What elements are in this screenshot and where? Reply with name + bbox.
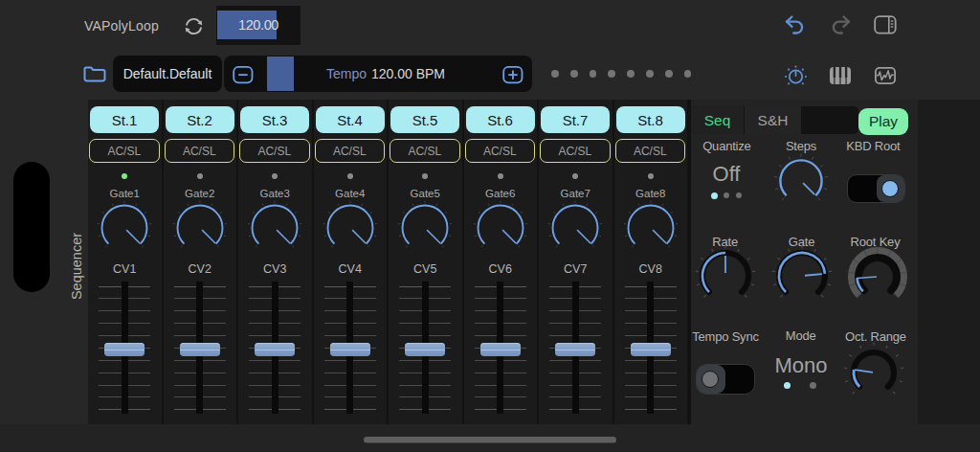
sync-icon[interactable]: [181, 13, 207, 39]
cv-fader[interactable]: [324, 282, 376, 416]
step-button[interactable]: St.6: [466, 106, 535, 133]
cv-fader-handle[interactable]: [631, 343, 671, 356]
mode-dot: [810, 382, 816, 389]
acsl-button[interactable]: AC/SL: [540, 139, 611, 163]
knob-timer-icon[interactable]: [783, 63, 809, 89]
page-dot[interactable]: [551, 70, 559, 78]
page-dot[interactable]: [570, 70, 578, 78]
undo-icon[interactable]: [784, 14, 807, 36]
acsl-button[interactable]: AC/SL: [165, 139, 235, 163]
step-button[interactable]: St.8: [616, 106, 685, 133]
step-active-dot: [422, 173, 428, 179]
tempo-sync-toggle-dot: [702, 371, 719, 388]
page-dot[interactable]: [665, 70, 673, 78]
redo-icon[interactable]: [829, 14, 852, 36]
gate-knob[interactable]: [546, 199, 604, 257]
step-button[interactable]: St.4: [316, 106, 385, 133]
page-dot[interactable]: [646, 70, 654, 78]
cv-fader[interactable]: [475, 282, 526, 416]
mode-dots[interactable]: [784, 382, 816, 389]
step-columns: St.1AC/SLGate1CV1St.2AC/SLGate2CV2St.3AC…: [88, 100, 691, 424]
step-button[interactable]: St.7: [541, 106, 610, 133]
page-dot[interactable]: [590, 70, 597, 78]
gate-label: Gate7: [539, 188, 612, 199]
gate-knob[interactable]: [768, 241, 836, 310]
cv-fader-handle[interactable]: [330, 343, 370, 356]
piano-keys-icon[interactable]: [830, 67, 851, 84]
panel-toggle-icon[interactable]: [874, 14, 897, 36]
cv-fader-handle[interactable]: [180, 343, 220, 356]
root-key-knob[interactable]: [843, 242, 912, 311]
page-dot[interactable]: [627, 70, 635, 78]
tempo-sync-toggle[interactable]: [696, 364, 755, 395]
bpm-box[interactable]: 120.00: [216, 6, 301, 45]
cv-fader-handle[interactable]: [255, 343, 295, 356]
step-button[interactable]: St.2: [166, 106, 234, 133]
folder-icon[interactable]: [83, 63, 106, 85]
gate-knob[interactable]: [322, 199, 379, 257]
step-active-dot: [498, 173, 503, 179]
mode-dot: [784, 382, 791, 389]
cv-fader[interactable]: [625, 282, 677, 416]
cv-fader-handle[interactable]: [480, 343, 521, 356]
cv-label: CV1: [88, 262, 162, 276]
cv-fader-handle[interactable]: [104, 343, 145, 356]
gate-knob[interactable]: [171, 199, 229, 257]
page-dot[interactable]: [608, 70, 615, 78]
cv-fader-handle[interactable]: [405, 343, 445, 356]
quantize-dots[interactable]: [711, 192, 743, 199]
gate-label: Gate2: [164, 188, 237, 199]
cv-label: CV6: [464, 262, 538, 276]
step-active-dot: [648, 173, 654, 179]
cv-label: CV2: [164, 262, 237, 276]
cv-fader[interactable]: [99, 282, 150, 416]
oct-range-knob[interactable]: [839, 338, 908, 407]
acsl-button[interactable]: AC/SL: [239, 139, 310, 163]
acsl-button[interactable]: AC/SL: [89, 139, 160, 163]
gate-knob[interactable]: [396, 199, 454, 257]
step-active-dot: [122, 173, 127, 179]
tempo-readout: Tempo 120.00 BPM: [224, 56, 547, 92]
steps-knob[interactable]: [769, 149, 833, 213]
step-active-dot: [197, 173, 203, 179]
acsl-button[interactable]: AC/SL: [390, 139, 460, 163]
quantize-value[interactable]: Off: [669, 162, 784, 187]
gate-label: Gate5: [389, 188, 462, 199]
cv-fader[interactable]: [249, 282, 301, 416]
tab-sh[interactable]: S&H: [745, 106, 801, 134]
play-button[interactable]: Play: [858, 108, 908, 135]
gate-label: Gate8: [614, 188, 688, 199]
tab-seq[interactable]: Seq: [691, 106, 744, 134]
step-button[interactable]: St.5: [390, 106, 459, 133]
rate-knob[interactable]: [691, 241, 760, 310]
sequencer-side-label: Sequencer: [69, 218, 84, 314]
cv-fader[interactable]: [549, 282, 601, 416]
cv-fader[interactable]: [174, 282, 226, 416]
page-dot[interactable]: [684, 70, 692, 78]
waveform-icon[interactable]: [875, 67, 896, 84]
tempo-plus-button[interactable]: [502, 64, 523, 85]
tempo-label: Tempo: [326, 66, 367, 81]
gate-knob[interactable]: [96, 199, 153, 257]
cv-fader-handle[interactable]: [555, 343, 595, 356]
bpm-value: 120.00: [216, 11, 301, 39]
cv-fader[interactable]: [399, 282, 451, 416]
home-indicator[interactable]: [364, 437, 616, 443]
control-panel: Seq S&H Play QuantizeStepsKBD RootRateGa…: [691, 100, 918, 424]
gate-knob[interactable]: [622, 199, 679, 257]
acsl-button[interactable]: AC/SL: [315, 139, 386, 163]
quantize-dot: [724, 192, 729, 198]
gate-knob[interactable]: [246, 199, 303, 257]
gate-knob[interactable]: [472, 199, 529, 257]
gate-label: Gate3: [238, 188, 312, 199]
acsl-button[interactable]: AC/SL: [465, 139, 536, 163]
preset-button[interactable]: Default.Default: [113, 56, 222, 92]
step-active-dot: [572, 173, 578, 179]
kbd-root-toggle[interactable]: [847, 174, 905, 203]
dynamic-island: [13, 162, 50, 292]
tempo-value: 120.00 BPM: [371, 66, 445, 81]
step-active-dot: [347, 173, 353, 179]
step-button[interactable]: St.1: [90, 106, 159, 133]
page-dots[interactable]: [551, 56, 691, 92]
step-button[interactable]: St.3: [240, 106, 309, 133]
